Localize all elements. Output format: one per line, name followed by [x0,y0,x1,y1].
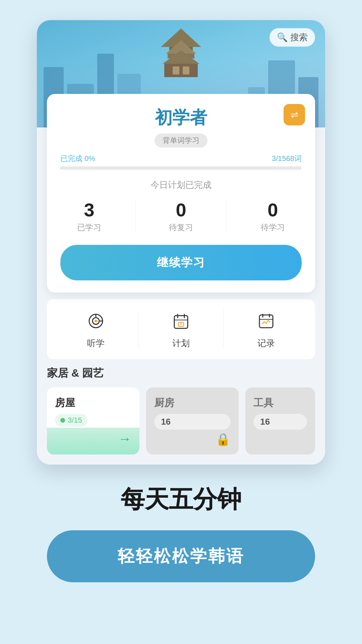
stats-divider-2 [227,199,227,233]
svg-rect-5 [164,64,198,77]
plan-label: 计划 [172,337,190,349]
cat-tools-count: 16 [253,414,307,430]
app-card: 🔍 搜索 ⇌ 初学者 背单词学习 已完成 0% 3/1568词 [37,20,325,465]
section-title: 家居 & 园艺 [47,366,315,381]
cat-kitchen-title: 厨房 [154,396,231,410]
shuffle-button[interactable]: ⇌ [284,104,305,125]
card-subtitle-badge: 背单词学习 [155,133,207,148]
stat-review: 0 待复习 [169,199,193,233]
learn-card: ⇌ 初学者 背单词学习 已完成 0% 3/1568词 今日计划已完成 3 [47,94,315,292]
progress-bar-fill [60,166,61,170]
arrow-icon: → [118,431,131,446]
page-wrapper: 🔍 搜索 ⇌ 初学者 背单词学习 已完成 0% 3/1568词 [0,0,362,644]
search-button[interactable]: 🔍 搜索 [269,28,315,47]
cat-card-kitchen: 厨房 16 🔒 [146,387,239,454]
svg-point-10 [95,320,97,322]
feature-listen[interactable]: 听学 [54,309,139,349]
listen-icon [84,309,108,333]
progress-bar-track [60,166,302,170]
listen-label: 听学 [87,337,105,349]
feature-plan[interactable]: 计划 [139,309,224,349]
progress-dot [60,418,65,423]
cta-button[interactable]: 轻轻松松学韩语 [47,530,315,582]
card-title: 初学者 [60,106,302,129]
continue-button[interactable]: 继续学习 [60,245,302,280]
category-row: 房屋 3/15 → 厨房 16 🔒 工具 16 [47,387,315,454]
plan-icon [169,309,193,333]
features-row: 听学 计划 [47,299,315,359]
progress-text: 3/15 [68,416,82,425]
tagline: 每天五分钟 [121,485,241,514]
cat-house-progress: 3/15 [55,414,87,427]
shuffle-icon: ⇌ [291,109,298,120]
stat-pending-label: 待学习 [261,222,285,233]
cat-house-title: 房屋 [55,396,131,410]
bottom-section: 每天五分钟 轻轻松松学韩语 [20,465,342,609]
pagoda-icon [144,27,218,77]
stat-review-label: 待复习 [169,222,193,233]
svg-rect-6 [173,66,179,74]
svg-rect-7 [183,66,189,74]
today-complete-text: 今日计划已完成 [60,179,302,191]
stat-review-number: 0 [169,199,193,221]
stat-learned-number: 3 [77,199,101,221]
stat-pending: 0 待学习 [261,199,285,233]
record-icon [254,309,278,333]
stat-learned-label: 已学习 [77,222,101,233]
cat-card-house[interactable]: 房屋 3/15 → [47,387,139,454]
progress-count: 3/1568词 [272,154,302,164]
card-subtitle-area: 背单词学习 [60,133,302,148]
svg-rect-20 [259,315,273,328]
lock-icon-kitchen: 🔒 [216,432,231,446]
search-icon: 🔍 [277,32,288,43]
record-label: 记录 [257,337,275,349]
search-label: 搜索 [290,32,308,43]
progress-label: 已完成 0% [60,154,95,164]
cat-tools-title: 工具 [253,396,307,410]
cat-kitchen-count: 16 [154,414,231,430]
feature-record[interactable]: 记录 [224,309,308,349]
stats-divider [135,199,135,233]
stat-pending-number: 0 [261,199,285,221]
stat-learned: 3 已学习 [77,199,101,233]
progress-row: 已完成 0% 3/1568词 [60,154,302,164]
stats-row: 3 已学习 0 待复习 0 待学习 [60,199,302,233]
cat-card-tools: 工具 16 [245,387,315,454]
app-content: ⇌ 初学者 背单词学习 已完成 0% 3/1568词 今日计划已完成 3 [37,94,325,465]
